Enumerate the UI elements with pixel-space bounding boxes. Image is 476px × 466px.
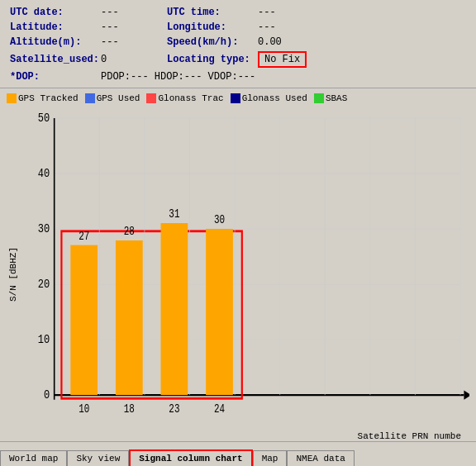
svg-rect-19 (116, 240, 143, 395)
chart-area: GPS TrackedGPS UsedGlonass TracGlonass U… (0, 88, 476, 441)
dop-label: *DOP: (10, 71, 101, 83)
dop-values: PDOP:--- HDOP:--- VDOP:--- (101, 71, 255, 83)
legend-color-box (7, 93, 17, 103)
altitude-label: Altitude(m): (10, 36, 101, 48)
utc-time-value: --- (258, 7, 276, 18)
svg-marker-14 (464, 391, 469, 400)
no-fix-badge: No Fix (258, 51, 307, 68)
tabs-bar: World mapSky viewSignal column chartMapN… (0, 441, 476, 466)
svg-text:10: 10 (38, 333, 50, 347)
longitude-label: Longitude: (167, 21, 258, 33)
svg-text:28: 28 (124, 226, 135, 239)
utc-time-label: UTC time: (167, 7, 258, 18)
tab-map[interactable]: Map (253, 450, 288, 466)
chart-wrapper: S/N [dBHZ] 50 (7, 107, 469, 441)
legend-item: Glonass Trac (146, 93, 223, 103)
y-axis-label: S/N [dBHZ] (7, 107, 18, 441)
legend-color-box (231, 93, 240, 103)
svg-text:10: 10 (79, 403, 89, 416)
satellite-used-value: 0 (101, 54, 150, 65)
chart-svg-container: 50 40 30 20 10 0 (18, 107, 469, 430)
svg-text:18: 18 (124, 403, 135, 416)
chart-inner: 50 40 30 20 10 0 (18, 107, 469, 441)
dop-row: *DOP: PDOP:--- HDOP:--- VDOP:--- (10, 71, 466, 83)
legend-color-box (85, 93, 95, 103)
locating-type-label: Locating type: (167, 54, 258, 65)
alt-speed-row: Altitude(m): --- Speed(km/h): 0.00 (10, 36, 466, 48)
svg-text:30: 30 (214, 214, 225, 227)
tab-signal-column-chart[interactable]: Signal column chart (129, 449, 252, 466)
utc-date-value: --- (101, 7, 150, 18)
legend-color-box (314, 93, 324, 103)
svg-text:31: 31 (169, 208, 179, 221)
legend-label: Glonass Used (242, 93, 307, 103)
lat-lon-row: Latitude: --- Longitude: --- (10, 21, 466, 33)
latitude-value: --- (101, 21, 150, 33)
svg-rect-25 (206, 229, 233, 395)
legend-item: Glonass Used (231, 93, 307, 103)
tab-nmea-data[interactable]: NMEA data (287, 450, 354, 466)
svg-text:24: 24 (214, 403, 225, 416)
svg-text:0: 0 (44, 388, 50, 402)
svg-text:23: 23 (169, 403, 179, 416)
satellite-used-label: Satellite_used: (10, 54, 101, 65)
chart-svg: 50 40 30 20 10 0 (18, 107, 469, 430)
sat-locating-row: Satellite_used: 0 Locating type: No Fix (10, 51, 466, 68)
svg-text:30: 30 (38, 222, 50, 236)
info-panel: UTC date: --- UTC time: --- Latitude: --… (0, 0, 476, 88)
legend-label: SBAS (326, 93, 347, 103)
legend-label: GPS Used (97, 93, 140, 103)
main-container: UTC date: --- UTC time: --- Latitude: --… (0, 0, 476, 466)
chart-legend: GPS TrackedGPS UsedGlonass TracGlonass U… (7, 93, 469, 103)
latitude-label: Latitude: (10, 21, 101, 33)
svg-rect-16 (70, 245, 98, 396)
legend-color-box (146, 93, 156, 103)
tab-sky-view[interactable]: Sky view (67, 450, 129, 466)
svg-text:20: 20 (38, 278, 50, 292)
speed-value: 0.00 (258, 36, 282, 48)
legend-label: Glonass Trac (158, 93, 223, 103)
svg-text:50: 50 (38, 112, 50, 126)
svg-text:27: 27 (79, 230, 89, 243)
tab-world-map[interactable]: World map (0, 450, 67, 466)
svg-rect-22 (161, 223, 188, 395)
legend-item: GPS Tracked (7, 93, 79, 103)
legend-item: GPS Used (85, 93, 140, 103)
speed-label: Speed(km/h): (167, 36, 258, 48)
longitude-value: --- (258, 21, 276, 33)
altitude-value: --- (101, 36, 150, 48)
x-axis-label: Satellite PRN numbe (18, 431, 469, 441)
svg-text:40: 40 (38, 167, 50, 181)
legend-item: SBAS (314, 93, 347, 103)
utc-row: UTC date: --- UTC time: --- (10, 7, 466, 18)
utc-date-label: UTC date: (10, 7, 101, 18)
legend-label: GPS Tracked (18, 93, 79, 103)
